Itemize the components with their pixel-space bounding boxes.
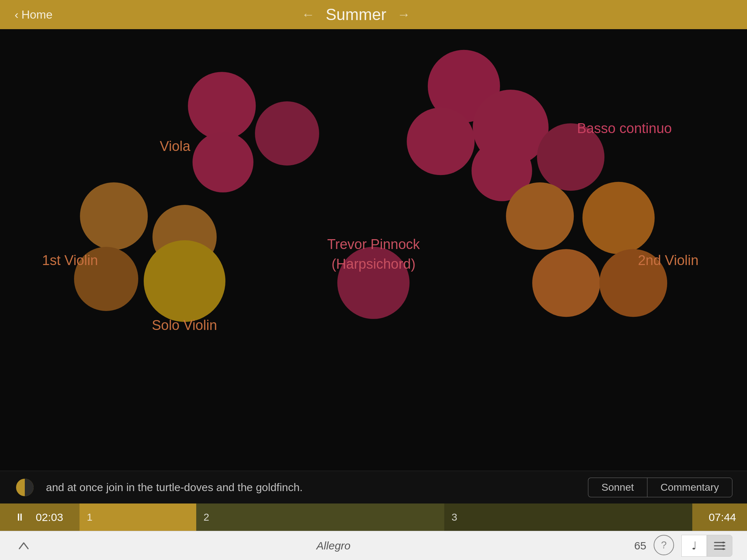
svg-point-7 [723,548,724,550]
help-button[interactable]: ? [654,535,674,555]
lyric-text: and at once join in the turtle-doves and… [46,481,577,494]
violin2-dot-2[interactable] [582,182,655,254]
help-icon: ? [661,539,667,551]
chevron-up-button[interactable] [15,537,33,555]
chevron-up-icon [16,538,31,553]
prev-arrow[interactable]: ← [302,7,315,22]
music-notation-button[interactable]: ♩ [681,535,707,557]
violin2-dot-3[interactable] [532,249,600,317]
trevor-label-2: (Harpsichord) [332,255,415,273]
stage: ViolaBasso continuo1st ViolinTrevor Pinn… [0,29,747,471]
segment-1-label: 1 [87,512,93,523]
segment-2-label: 2 [204,512,209,523]
timeline-bar: ⏸ 02:03 1 2 3 07:44 [0,503,747,531]
viola-dot-3[interactable] [193,132,253,192]
list-icon [713,540,726,551]
page-number: 65 [634,540,646,552]
basso-label: Basso continuo [577,120,672,137]
basso-dot-2[interactable] [407,108,475,175]
pie-chart-icon [15,477,35,498]
commentary-button[interactable]: Commentary [647,478,732,497]
solo-label: Solo Violin [152,316,217,334]
trevor-label-1: Trevor Pinnock [327,236,420,253]
time-start: 02:03 [36,511,69,524]
violin1-label: 1st Violin [42,252,98,269]
next-arrow[interactable]: → [397,7,410,22]
nav-title-area: ← Summer → [302,5,410,24]
timeline-track[interactable]: 1 2 3 [80,503,692,531]
play-pause-icon: ⏸ [15,511,25,523]
sonnet-commentary-buttons: Sonnet Commentary [588,478,732,497]
list-view-button[interactable] [707,535,732,557]
season-title: Summer [326,5,386,24]
violin2-dot-1[interactable] [506,182,574,250]
home-label: Home [22,8,53,22]
viola-dot-1[interactable] [188,72,256,140]
top-nav: ‹ Home ← Summer → [0,0,747,29]
text-bar: and at once join in the turtle-doves and… [0,471,747,503]
time-end: 07:44 [703,511,736,524]
svg-point-6 [723,545,724,547]
violin1-dot-4[interactable] [144,240,225,322]
app-container: ‹ Home ← Summer → ViolaBasso continuo1st… [0,0,747,560]
movement-label: Allegro [40,540,627,552]
timeline-segment-1[interactable]: 1 [80,503,196,531]
home-button[interactable]: ‹ Home [15,8,53,22]
violin1-dot-1[interactable] [80,182,148,250]
play-pause-button[interactable]: ⏸ [11,509,28,526]
violin2-label: 2nd Violin [638,252,698,269]
sonnet-button[interactable]: Sonnet [588,478,647,497]
viola-dot-2[interactable] [255,101,319,166]
timeline-segment-2[interactable]: 2 [196,503,444,531]
timeline-segment-3[interactable]: 3 [444,503,692,531]
right-controls: ? ♩ [654,535,732,557]
svg-point-5 [723,541,724,543]
music-note-icon: ♩ [692,539,697,552]
viola-label: Viola [160,137,190,155]
controls-bar: Allegro 65 ? ♩ [0,531,747,560]
back-chevron-icon: ‹ [15,8,19,22]
segment-3-label: 3 [452,512,457,523]
